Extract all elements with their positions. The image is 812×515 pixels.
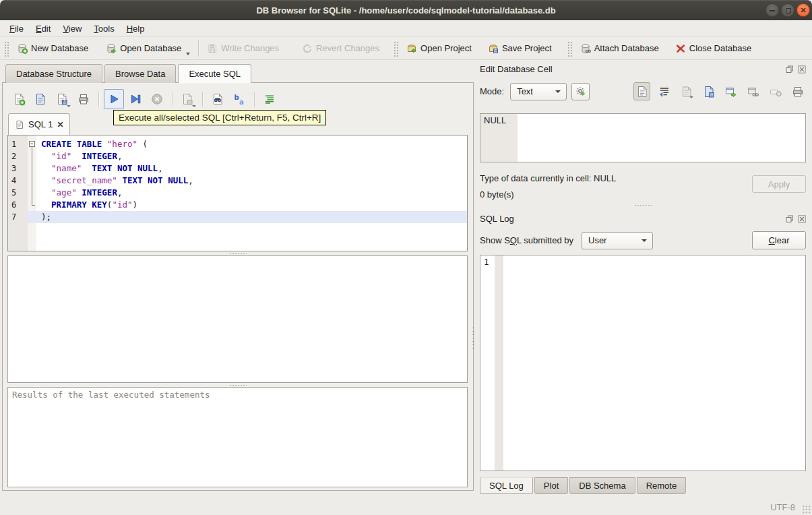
toolbar-handle[interactable] bbox=[3, 40, 9, 57]
edit-cell-header: Edit Database Cell bbox=[480, 62, 806, 76]
minimize-icon bbox=[770, 10, 775, 11]
toolbar-handle-2[interactable] bbox=[393, 40, 399, 57]
open-project-button[interactable]: Open Project bbox=[401, 39, 477, 58]
open-project-icon bbox=[406, 43, 417, 54]
bottom-tab-db-schema[interactable]: DB Schema bbox=[569, 477, 635, 494]
toolbar-separator bbox=[198, 40, 199, 57]
save-results-button[interactable] bbox=[177, 89, 197, 109]
line-number: 2 bbox=[8, 150, 28, 162]
splitter-editor-grid[interactable] bbox=[7, 251, 468, 255]
menu-file[interactable]: File bbox=[3, 22, 30, 36]
dropdown-arrow-icon bbox=[642, 239, 647, 242]
text-document-icon bbox=[635, 85, 649, 98]
print-cell-button[interactable] bbox=[789, 82, 806, 100]
minimize-button[interactable] bbox=[766, 3, 779, 17]
sql-tab-close-icon[interactable]: ✕ bbox=[57, 120, 63, 129]
sql-log-title: SQL Log bbox=[480, 214, 782, 224]
set-null-button[interactable] bbox=[767, 82, 784, 100]
close-icon: ✕ bbox=[797, 4, 809, 16]
execute-all-button[interactable] bbox=[104, 89, 124, 109]
open-sql-file-icon bbox=[34, 92, 47, 106]
edit-cell-float-icon[interactable] bbox=[786, 65, 794, 73]
menu-tools[interactable]: Tools bbox=[88, 22, 120, 36]
fold-margin[interactable] bbox=[28, 138, 36, 150]
cell-value: NULL bbox=[484, 115, 506, 125]
close-database-button[interactable]: Close Database bbox=[670, 39, 757, 58]
editor-line[interactable]: 2 "id" INTEGER, bbox=[8, 150, 467, 162]
tab-execute-sql[interactable]: Execute SQL bbox=[178, 64, 251, 83]
open-sql-file-button[interactable] bbox=[30, 89, 51, 109]
maximize-button[interactable] bbox=[781, 3, 794, 17]
log-filter-select[interactable]: User bbox=[582, 232, 653, 249]
panel-splitter[interactable] bbox=[472, 326, 475, 349]
open-external-button[interactable] bbox=[722, 82, 739, 100]
export-cell-icon bbox=[702, 85, 716, 98]
clear-log-button[interactable]: Clear bbox=[752, 231, 806, 249]
results-grid[interactable] bbox=[7, 255, 468, 383]
open-database-button[interactable]: Open Database bbox=[100, 39, 195, 58]
sql-log-close-icon[interactable] bbox=[798, 215, 806, 223]
import-data-button[interactable] bbox=[571, 83, 590, 100]
save-results-icon bbox=[181, 92, 194, 106]
format-sql-button[interactable]: ba bbox=[229, 89, 249, 109]
bottom-tab-sql-log[interactable]: SQL Log bbox=[480, 477, 533, 494]
word-wrap-button[interactable] bbox=[259, 89, 280, 109]
mode-select[interactable]: Text bbox=[510, 83, 567, 100]
editor-line[interactable]: 4 "secret_name" TEXT NOT NULL, bbox=[8, 175, 467, 187]
apply-button[interactable]: Apply bbox=[752, 175, 806, 193]
resize-grip[interactable] bbox=[802, 505, 811, 514]
tab-browse-data[interactable]: Browse Data bbox=[104, 64, 176, 83]
print-sql-button[interactable] bbox=[73, 89, 94, 109]
window-title: DB Browser for SQLite - /home/user/code/… bbox=[256, 5, 555, 16]
find-button[interactable] bbox=[208, 89, 228, 109]
export-cell-button[interactable] bbox=[700, 82, 717, 100]
execute-line-button[interactable] bbox=[125, 89, 146, 109]
revert-changes-button[interactable]: Revert Changes bbox=[296, 39, 385, 58]
sql-tab[interactable]: SQL 1 ✕ bbox=[8, 113, 70, 135]
statusbar: UTF-8 bbox=[0, 499, 812, 515]
stop-execution-button[interactable] bbox=[147, 89, 167, 109]
bottom-tab-remote[interactable]: Remote bbox=[637, 477, 687, 494]
execute-all-icon bbox=[107, 92, 121, 106]
save-sql-file-button[interactable] bbox=[52, 89, 72, 109]
open-database-dropdown-icon[interactable] bbox=[186, 53, 190, 55]
sql-editor[interactable]: 1CREATE TABLE "hero" (2 "id" INTEGER,3 "… bbox=[7, 135, 468, 251]
open-url-button[interactable] bbox=[745, 82, 761, 100]
splitter-grid-results[interactable] bbox=[7, 383, 468, 387]
results-message-area[interactable]: Results of the last executed statements bbox=[7, 387, 468, 487]
save-sql-file-icon bbox=[55, 92, 69, 106]
write-changes-button[interactable]: Write Changes bbox=[201, 39, 284, 58]
titlebar[interactable]: DB Browser for SQLite - /home/user/code/… bbox=[0, 0, 812, 20]
menu-help[interactable]: Help bbox=[121, 22, 151, 36]
sql-log-area[interactable]: 1 bbox=[480, 255, 806, 471]
sql-toolbar-separator bbox=[98, 92, 99, 107]
menu-view[interactable]: View bbox=[57, 22, 88, 36]
save-project-button[interactable]: Save Project bbox=[482, 39, 557, 58]
menu-edit[interactable]: Edit bbox=[30, 22, 57, 36]
editor-line[interactable]: 7); bbox=[8, 211, 467, 223]
open-project-label: Open Project bbox=[420, 43, 472, 53]
line-number: 1 bbox=[8, 138, 28, 150]
new-database-button[interactable]: New Database bbox=[11, 39, 94, 58]
editor-line[interactable]: 5 "age" INTEGER, bbox=[8, 187, 467, 199]
word-wrap-cell-button[interactable] bbox=[656, 82, 673, 100]
editor-line[interactable]: 6 PRIMARY KEY("id") bbox=[8, 199, 467, 211]
save-sql-dropdown-icon[interactable] bbox=[67, 105, 71, 107]
word-wrap-cell-icon bbox=[658, 85, 671, 98]
bottom-tab-plot[interactable]: Plot bbox=[534, 477, 568, 494]
close-button[interactable]: ✕ bbox=[797, 3, 810, 17]
line-text: CREATE TABLE "hero" ( bbox=[36, 138, 467, 150]
edit-cell-close-icon[interactable] bbox=[798, 65, 806, 73]
toolbar-handle-3[interactable] bbox=[567, 40, 573, 57]
new-sql-tab-button[interactable] bbox=[9, 89, 29, 109]
editor-line[interactable]: 1CREATE TABLE "hero" ( bbox=[8, 138, 467, 150]
cell-editor[interactable]: NULL bbox=[480, 113, 806, 162]
dock-splitter[interactable] bbox=[480, 200, 806, 212]
sql-log-float-icon[interactable] bbox=[786, 215, 794, 223]
tab-database-structure[interactable]: Database Structure bbox=[5, 64, 102, 83]
close-database-label: Close Database bbox=[689, 43, 752, 53]
editor-line[interactable]: 3 "name" TEXT NOT NULL, bbox=[8, 162, 467, 175]
attach-database-button[interactable]: Attach Database bbox=[575, 39, 664, 58]
import-cell-button[interactable] bbox=[678, 82, 695, 100]
text-mode-button[interactable] bbox=[633, 82, 650, 100]
